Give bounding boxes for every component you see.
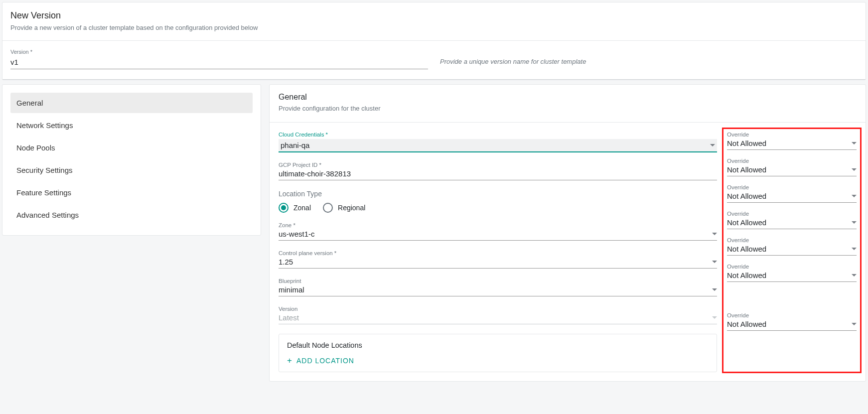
override-value: Not Allowed xyxy=(727,320,766,328)
radio-unselected-icon xyxy=(323,203,333,213)
header-inner: New Version Provide a new version of a c… xyxy=(2,2,866,41)
zone-select[interactable]: us-west1-c xyxy=(279,230,717,241)
location-type-label: Location Type xyxy=(279,190,717,198)
override-control-plane[interactable]: Override Not Allowed xyxy=(727,237,857,256)
plus-icon: + xyxy=(287,356,292,365)
override-value: Not Allowed xyxy=(727,165,766,174)
blueprint-version-field[interactable]: Version Latest xyxy=(279,306,717,324)
version-row: Version * Provide a unique version name … xyxy=(2,41,866,80)
control-plane-select[interactable]: 1.25 xyxy=(279,258,717,269)
blueprint-value: minimal xyxy=(279,285,304,294)
location-type-field: Location Type Zonal Regional xyxy=(279,190,717,213)
override-value: Not Allowed xyxy=(727,218,766,227)
cloud-credentials-select[interactable]: phani-qa xyxy=(279,139,717,152)
override-value: Not Allowed xyxy=(727,139,766,147)
chevron-down-icon xyxy=(852,168,857,171)
gcp-project-value: ultimate-choir-382813 xyxy=(279,169,351,178)
override-label: Override xyxy=(727,158,857,164)
chevron-down-icon xyxy=(712,288,717,291)
chevron-down-icon xyxy=(712,261,717,263)
override-value: Not Allowed xyxy=(727,271,766,279)
add-location-button[interactable]: + ADD LOCATION xyxy=(287,356,354,365)
override-select[interactable]: Not Allowed xyxy=(727,165,857,176)
override-select[interactable]: Not Allowed xyxy=(727,320,857,331)
override-label: Override xyxy=(727,237,857,243)
override-value: Not Allowed xyxy=(727,245,766,253)
override-label: Override xyxy=(727,312,857,318)
version-hint: Provide a unique version name for cluste… xyxy=(440,53,858,65)
radio-regional[interactable]: Regional xyxy=(323,203,365,213)
blueprint-label: Blueprint xyxy=(279,278,717,284)
override-node-locations[interactable]: Override Not Allowed xyxy=(727,312,857,331)
default-node-locations-title: Default Node Locations xyxy=(287,341,709,349)
version-field[interactable]: Version * xyxy=(10,49,428,69)
override-blueprint[interactable]: Override Not Allowed xyxy=(727,264,857,282)
form-grid: Cloud Credentials * phani-qa GCP Project… xyxy=(270,123,866,381)
cloud-credentials-field[interactable]: Cloud Credentials * phani-qa xyxy=(279,132,717,152)
cloud-credentials-value: phani-qa xyxy=(281,141,309,149)
gcp-project-input-line[interactable]: ultimate-choir-382813 xyxy=(279,169,717,180)
radio-selected-icon xyxy=(279,203,289,213)
zone-field[interactable]: Zone * us-west1-c xyxy=(279,222,717,241)
sidebar-item-node-pools[interactable]: Node Pools xyxy=(10,138,253,158)
sidebar-item-feature-settings[interactable]: Feature Settings xyxy=(10,182,253,203)
header-card: New Version Provide a new version of a c… xyxy=(2,2,866,80)
radio-zonal-label: Zonal xyxy=(293,204,311,212)
radio-zonal[interactable]: Zonal xyxy=(279,203,311,213)
panel-description: Provide configuration for the cluster xyxy=(279,105,857,112)
blueprint-field[interactable]: Blueprint minimal xyxy=(279,278,717,296)
control-plane-label: Control plane version * xyxy=(279,250,717,256)
override-location-type[interactable]: Override Not Allowed xyxy=(727,184,857,203)
location-type-radio-row: Zonal Regional xyxy=(279,203,717,213)
chevron-down-icon xyxy=(852,195,857,197)
zone-label: Zone * xyxy=(279,222,717,228)
version-label: Version * xyxy=(10,49,428,55)
chevron-down-icon xyxy=(852,274,857,276)
override-label: Override xyxy=(727,211,857,217)
sidebar-item-general[interactable]: General xyxy=(10,93,253,113)
override-label: Override xyxy=(727,132,857,138)
override-cloud-credentials[interactable]: Override Not Allowed xyxy=(727,132,857,150)
chevron-down-icon xyxy=(712,316,717,319)
override-gcp-project[interactable]: Override Not Allowed xyxy=(727,158,857,176)
sidebar-item-advanced-settings[interactable]: Advanced Settings xyxy=(10,205,253,225)
control-plane-value: 1.25 xyxy=(279,258,293,266)
main-panel: General Provide configuration for the cl… xyxy=(269,84,866,382)
chevron-down-icon xyxy=(710,144,715,146)
override-select[interactable]: Not Allowed xyxy=(727,245,857,256)
default-node-locations-box: Default Node Locations + ADD LOCATION xyxy=(279,334,717,372)
panel-head: General Provide configuration for the cl… xyxy=(270,85,866,123)
chevron-down-icon xyxy=(852,221,857,224)
chevron-down-icon xyxy=(852,142,857,144)
page-description: Provide a new version of a cluster templ… xyxy=(10,24,858,31)
version-input[interactable] xyxy=(10,56,428,69)
blueprint-version-label: Version xyxy=(279,306,717,312)
chevron-down-icon xyxy=(852,323,857,325)
override-select[interactable]: Not Allowed xyxy=(727,218,857,229)
control-plane-field[interactable]: Control plane version * 1.25 xyxy=(279,250,717,269)
override-select[interactable]: Not Allowed xyxy=(727,192,857,203)
sidebar-item-security-settings[interactable]: Security Settings xyxy=(10,160,253,180)
zone-value: us-west1-c xyxy=(279,230,315,238)
radio-regional-label: Regional xyxy=(338,204,365,212)
override-select[interactable]: Not Allowed xyxy=(727,139,857,150)
override-label: Override xyxy=(727,184,857,190)
chevron-down-icon xyxy=(852,248,857,250)
body-row: General Network Settings Node Pools Secu… xyxy=(0,82,868,384)
override-zone[interactable]: Override Not Allowed xyxy=(727,211,857,229)
override-gap xyxy=(727,290,857,312)
add-location-label: ADD LOCATION xyxy=(296,357,354,365)
blueprint-version-select[interactable]: Latest xyxy=(279,313,717,324)
cloud-credentials-label: Cloud Credentials * xyxy=(279,132,717,138)
override-label: Override xyxy=(727,264,857,270)
gcp-project-field[interactable]: GCP Project ID * ultimate-choir-382813 xyxy=(279,162,717,180)
panel-title: General xyxy=(279,93,857,102)
blueprint-version-value: Latest xyxy=(279,313,299,322)
blueprint-select[interactable]: minimal xyxy=(279,285,717,296)
override-select[interactable]: Not Allowed xyxy=(727,271,857,282)
form-left-column: Cloud Credentials * phani-qa GCP Project… xyxy=(279,132,717,372)
page-title: New Version xyxy=(10,10,858,21)
sidebar-item-network-settings[interactable]: Network Settings xyxy=(10,115,253,136)
override-value: Not Allowed xyxy=(727,192,766,200)
chevron-down-icon xyxy=(712,233,717,235)
